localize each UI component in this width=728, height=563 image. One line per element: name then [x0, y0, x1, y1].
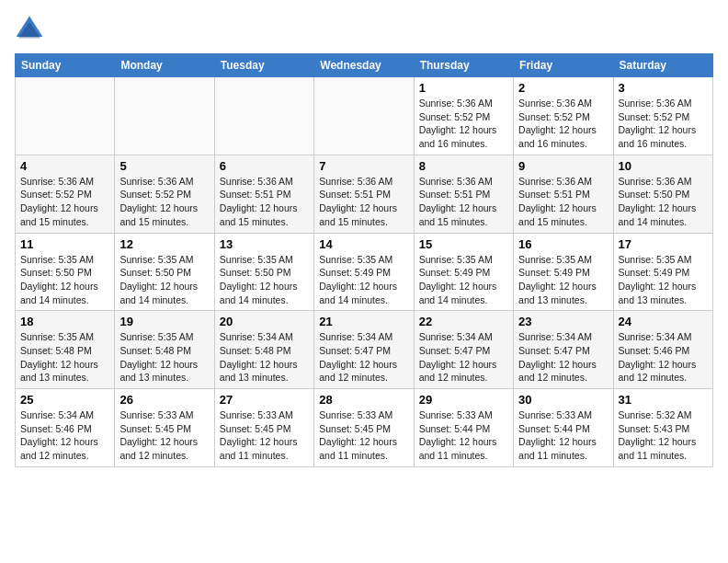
calendar-cell: 5Sunrise: 5:36 AM Sunset: 5:52 PM Daylig… [115, 155, 214, 233]
day-number: 5 [119, 159, 209, 173]
calendar-cell: 28Sunrise: 5:33 AM Sunset: 5:45 PM Dayli… [314, 389, 414, 467]
day-info: Sunrise: 5:33 AM Sunset: 5:44 PM Dayligh… [419, 408, 508, 463]
day-info: Sunrise: 5:35 AM Sunset: 5:49 PM Dayligh… [419, 253, 508, 307]
day-number: 7 [319, 159, 408, 173]
weekday-header-wednesday: Wednesday [314, 54, 414, 77]
day-number: 25 [20, 393, 109, 407]
day-info: Sunrise: 5:34 AM Sunset: 5:48 PM Dayligh… [220, 330, 309, 385]
day-number: 9 [518, 159, 608, 173]
day-number: 8 [419, 159, 508, 173]
day-info: Sunrise: 5:33 AM Sunset: 5:45 PM Dayligh… [220, 408, 309, 463]
day-info: Sunrise: 5:36 AM Sunset: 5:52 PM Dayligh… [518, 97, 608, 151]
day-number: 24 [619, 315, 708, 328]
calendar-cell [16, 77, 115, 155]
day-info: Sunrise: 5:36 AM Sunset: 5:51 PM Dayligh… [518, 175, 608, 229]
calendar-cell: 26Sunrise: 5:33 AM Sunset: 5:45 PM Dayli… [115, 389, 214, 467]
calendar-cell: 25Sunrise: 5:34 AM Sunset: 5:46 PM Dayli… [16, 389, 115, 467]
day-info: Sunrise: 5:35 AM Sunset: 5:49 PM Dayligh… [518, 253, 608, 307]
day-number: 27 [220, 393, 309, 407]
day-info: Sunrise: 5:35 AM Sunset: 5:50 PM Dayligh… [220, 253, 309, 307]
calendar-cell: 21Sunrise: 5:34 AM Sunset: 5:47 PM Dayli… [314, 311, 414, 389]
calendar-cell: 10Sunrise: 5:36 AM Sunset: 5:50 PM Dayli… [613, 155, 712, 233]
calendar-cell: 12Sunrise: 5:35 AM Sunset: 5:50 PM Dayli… [115, 233, 214, 311]
day-info: Sunrise: 5:33 AM Sunset: 5:45 PM Dayligh… [319, 408, 408, 463]
logo-icon [15, 15, 44, 44]
calendar-cell: 6Sunrise: 5:36 AM Sunset: 5:51 PM Daylig… [214, 155, 313, 233]
day-info: Sunrise: 5:35 AM Sunset: 5:48 PM Dayligh… [20, 330, 109, 385]
weekday-header-thursday: Thursday [414, 54, 513, 77]
day-number: 28 [319, 393, 408, 407]
day-number: 2 [518, 81, 608, 95]
day-number: 12 [119, 237, 209, 251]
day-number: 29 [419, 393, 508, 407]
calendar-cell: 7Sunrise: 5:36 AM Sunset: 5:51 PM Daylig… [314, 155, 414, 233]
day-info: Sunrise: 5:35 AM Sunset: 5:50 PM Dayligh… [119, 253, 209, 307]
page-header [15, 15, 713, 44]
calendar-cell: 23Sunrise: 5:34 AM Sunset: 5:47 PM Dayli… [514, 311, 613, 389]
day-info: Sunrise: 5:35 AM Sunset: 5:49 PM Dayligh… [319, 253, 408, 307]
day-number: 22 [419, 315, 508, 328]
calendar-cell: 27Sunrise: 5:33 AM Sunset: 5:45 PM Dayli… [214, 389, 313, 467]
day-info: Sunrise: 5:33 AM Sunset: 5:44 PM Dayligh… [518, 408, 608, 463]
calendar-cell: 14Sunrise: 5:35 AM Sunset: 5:49 PM Dayli… [314, 233, 414, 311]
day-info: Sunrise: 5:36 AM Sunset: 5:52 PM Dayligh… [20, 175, 109, 229]
calendar-cell [115, 77, 214, 155]
day-info: Sunrise: 5:36 AM Sunset: 5:52 PM Dayligh… [119, 175, 209, 229]
day-info: Sunrise: 5:36 AM Sunset: 5:50 PM Dayligh… [619, 175, 708, 229]
weekday-header-tuesday: Tuesday [214, 54, 313, 77]
calendar-cell: 16Sunrise: 5:35 AM Sunset: 5:49 PM Dayli… [514, 233, 613, 311]
weekday-header-row: SundayMondayTuesdayWednesdayThursdayFrid… [16, 54, 713, 77]
day-number: 23 [518, 315, 608, 328]
calendar-cell: 11Sunrise: 5:35 AM Sunset: 5:50 PM Dayli… [16, 233, 115, 311]
weekday-header-saturday: Saturday [613, 54, 712, 77]
calendar-cell: 1Sunrise: 5:36 AM Sunset: 5:52 PM Daylig… [414, 77, 513, 155]
day-number: 19 [119, 315, 209, 328]
day-info: Sunrise: 5:36 AM Sunset: 5:52 PM Dayligh… [619, 97, 708, 151]
week-row-4: 18Sunrise: 5:35 AM Sunset: 5:48 PM Dayli… [16, 311, 713, 389]
calendar-cell: 20Sunrise: 5:34 AM Sunset: 5:48 PM Dayli… [214, 311, 313, 389]
weekday-header-sunday: Sunday [16, 54, 115, 77]
day-info: Sunrise: 5:34 AM Sunset: 5:46 PM Dayligh… [619, 330, 708, 385]
day-info: Sunrise: 5:35 AM Sunset: 5:49 PM Dayligh… [619, 253, 708, 307]
day-number: 20 [220, 315, 309, 328]
calendar-cell: 24Sunrise: 5:34 AM Sunset: 5:46 PM Dayli… [613, 311, 712, 389]
day-info: Sunrise: 5:34 AM Sunset: 5:47 PM Dayligh… [319, 330, 408, 385]
calendar-cell: 2Sunrise: 5:36 AM Sunset: 5:52 PM Daylig… [514, 77, 613, 155]
calendar-cell: 3Sunrise: 5:36 AM Sunset: 5:52 PM Daylig… [613, 77, 712, 155]
day-info: Sunrise: 5:36 AM Sunset: 5:51 PM Dayligh… [319, 175, 408, 229]
day-info: Sunrise: 5:36 AM Sunset: 5:52 PM Dayligh… [419, 97, 508, 151]
day-number: 4 [20, 159, 109, 173]
weekday-header-monday: Monday [115, 54, 214, 77]
day-number: 17 [619, 237, 708, 251]
calendar-table: SundayMondayTuesdayWednesdayThursdayFrid… [15, 53, 713, 467]
calendar-cell: 13Sunrise: 5:35 AM Sunset: 5:50 PM Dayli… [214, 233, 313, 311]
day-info: Sunrise: 5:34 AM Sunset: 5:46 PM Dayligh… [20, 408, 109, 463]
calendar-cell: 29Sunrise: 5:33 AM Sunset: 5:44 PM Dayli… [414, 389, 513, 467]
day-info: Sunrise: 5:35 AM Sunset: 5:50 PM Dayligh… [20, 253, 109, 307]
calendar-cell: 17Sunrise: 5:35 AM Sunset: 5:49 PM Dayli… [613, 233, 712, 311]
day-number: 11 [20, 237, 109, 251]
day-number: 18 [20, 315, 109, 328]
day-number: 14 [319, 237, 408, 251]
day-number: 10 [619, 159, 708, 173]
week-row-3: 11Sunrise: 5:35 AM Sunset: 5:50 PM Dayli… [16, 233, 713, 311]
calendar-cell: 19Sunrise: 5:35 AM Sunset: 5:48 PM Dayli… [115, 311, 214, 389]
calendar-cell: 4Sunrise: 5:36 AM Sunset: 5:52 PM Daylig… [16, 155, 115, 233]
week-row-5: 25Sunrise: 5:34 AM Sunset: 5:46 PM Dayli… [16, 389, 713, 467]
day-info: Sunrise: 5:32 AM Sunset: 5:43 PM Dayligh… [619, 408, 708, 463]
day-number: 3 [619, 81, 708, 95]
calendar-cell: 18Sunrise: 5:35 AM Sunset: 5:48 PM Dayli… [16, 311, 115, 389]
calendar-cell: 22Sunrise: 5:34 AM Sunset: 5:47 PM Dayli… [414, 311, 513, 389]
calendar-cell: 9Sunrise: 5:36 AM Sunset: 5:51 PM Daylig… [514, 155, 613, 233]
day-number: 30 [518, 393, 608, 407]
day-number: 15 [419, 237, 508, 251]
calendar-cell: 31Sunrise: 5:32 AM Sunset: 5:43 PM Dayli… [613, 389, 712, 467]
day-number: 6 [220, 159, 309, 173]
day-info: Sunrise: 5:36 AM Sunset: 5:51 PM Dayligh… [220, 175, 309, 229]
day-number: 13 [220, 237, 309, 251]
day-info: Sunrise: 5:33 AM Sunset: 5:45 PM Dayligh… [119, 408, 209, 463]
weekday-header-friday: Friday [514, 54, 613, 77]
calendar-cell: 15Sunrise: 5:35 AM Sunset: 5:49 PM Dayli… [414, 233, 513, 311]
day-number: 21 [319, 315, 408, 328]
calendar-cell [314, 77, 414, 155]
